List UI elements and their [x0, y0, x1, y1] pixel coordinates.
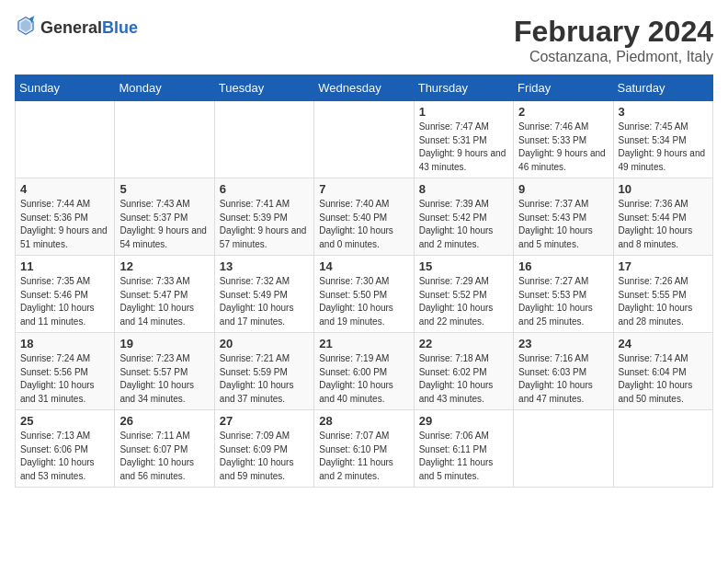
day-number: 6: [220, 182, 309, 196]
logo-graphic: [15, 15, 37, 40]
day-cell: [314, 101, 414, 178]
day-info: Sunrise: 7:18 AM Sunset: 6:02 PM Dayligh…: [419, 352, 508, 406]
day-number: 13: [220, 259, 309, 273]
day-number: 1: [419, 105, 508, 119]
day-info: Sunrise: 7:41 AM Sunset: 5:39 PM Dayligh…: [220, 198, 309, 251]
day-cell: 29Sunrise: 7:06 AM Sunset: 6:11 PM Dayli…: [414, 410, 513, 488]
day-number: 17: [619, 259, 708, 273]
day-info: Sunrise: 7:32 AM Sunset: 5:49 PM Dayligh…: [220, 275, 309, 328]
day-cell: 22Sunrise: 7:18 AM Sunset: 6:02 PM Dayli…: [414, 333, 513, 410]
day-info: Sunrise: 7:29 AM Sunset: 5:52 PM Dayligh…: [419, 275, 508, 328]
day-info: Sunrise: 7:27 AM Sunset: 5:53 PM Dayligh…: [518, 275, 608, 328]
day-number: 20: [220, 337, 309, 350]
day-info: Sunrise: 7:33 AM Sunset: 5:47 PM Dayligh…: [119, 275, 209, 328]
header-monday: Monday: [115, 75, 214, 101]
title-block: February 2024 Costanzana, Piedmont, Ital…: [514, 15, 713, 65]
page-header: GeneralBlue February 2024 Costanzana, Pi…: [15, 15, 713, 65]
day-info: Sunrise: 7:39 AM Sunset: 5:42 PM Dayligh…: [419, 198, 508, 251]
day-number: 3: [619, 105, 708, 119]
day-cell: 24Sunrise: 7:14 AM Sunset: 6:04 PM Dayli…: [613, 333, 712, 410]
day-cell: 3Sunrise: 7:45 AM Sunset: 5:34 PM Daylig…: [613, 101, 712, 178]
day-cell: 26Sunrise: 7:11 AM Sunset: 6:07 PM Dayli…: [115, 410, 214, 488]
month-title: February 2024: [514, 15, 713, 49]
day-info: Sunrise: 7:44 AM Sunset: 5:36 PM Dayligh…: [20, 198, 109, 251]
day-cell: 5Sunrise: 7:43 AM Sunset: 5:37 PM Daylig…: [115, 178, 214, 256]
header-row: SundayMondayTuesdayWednesdayThursdayFrid…: [16, 75, 713, 101]
week-row-5: 25Sunrise: 7:13 AM Sunset: 6:06 PM Dayli…: [16, 410, 713, 488]
day-number: 4: [20, 182, 109, 196]
day-cell: [16, 101, 115, 178]
day-info: Sunrise: 7:06 AM Sunset: 6:11 PM Dayligh…: [419, 430, 508, 483]
week-row-2: 4Sunrise: 7:44 AM Sunset: 5:36 PM Daylig…: [16, 178, 713, 256]
day-info: Sunrise: 7:26 AM Sunset: 5:55 PM Dayligh…: [619, 275, 708, 328]
day-cell: 17Sunrise: 7:26 AM Sunset: 5:55 PM Dayli…: [613, 256, 712, 333]
day-info: Sunrise: 7:19 AM Sunset: 6:00 PM Dayligh…: [319, 352, 408, 406]
day-cell: 6Sunrise: 7:41 AM Sunset: 5:39 PM Daylig…: [214, 178, 313, 256]
day-cell: 4Sunrise: 7:44 AM Sunset: 5:36 PM Daylig…: [16, 178, 115, 256]
header-saturday: Saturday: [613, 75, 712, 101]
day-info: Sunrise: 7:47 AM Sunset: 5:31 PM Dayligh…: [419, 121, 508, 174]
day-cell: 28Sunrise: 7:07 AM Sunset: 6:10 PM Dayli…: [314, 410, 414, 488]
day-number: 15: [419, 259, 508, 273]
day-info: Sunrise: 7:37 AM Sunset: 5:43 PM Dayligh…: [518, 198, 608, 251]
day-info: Sunrise: 7:45 AM Sunset: 5:34 PM Dayligh…: [619, 121, 708, 174]
day-number: 21: [319, 337, 408, 350]
calendar-table: SundayMondayTuesdayWednesdayThursdayFrid…: [15, 75, 713, 488]
day-info: Sunrise: 7:36 AM Sunset: 5:44 PM Dayligh…: [619, 198, 708, 251]
day-cell: 9Sunrise: 7:37 AM Sunset: 5:43 PM Daylig…: [514, 178, 613, 256]
day-cell: 12Sunrise: 7:33 AM Sunset: 5:47 PM Dayli…: [115, 256, 214, 333]
day-cell: 10Sunrise: 7:36 AM Sunset: 5:44 PM Dayli…: [613, 178, 712, 256]
day-info: Sunrise: 7:16 AM Sunset: 6:03 PM Dayligh…: [518, 352, 608, 406]
day-number: 18: [20, 337, 109, 350]
day-number: 11: [20, 259, 109, 273]
day-cell: 14Sunrise: 7:30 AM Sunset: 5:50 PM Dayli…: [314, 256, 414, 333]
day-number: 19: [119, 337, 209, 350]
day-number: 2: [518, 105, 608, 119]
day-cell: 19Sunrise: 7:23 AM Sunset: 5:57 PM Dayli…: [115, 333, 214, 410]
day-number: 29: [419, 414, 508, 428]
day-cell: 23Sunrise: 7:16 AM Sunset: 6:03 PM Dayli…: [514, 333, 613, 410]
header-sunday: Sunday: [16, 75, 115, 101]
day-number: 25: [20, 414, 109, 428]
day-cell: 25Sunrise: 7:13 AM Sunset: 6:06 PM Dayli…: [16, 410, 115, 488]
logo: GeneralBlue: [15, 15, 138, 40]
day-cell: 15Sunrise: 7:29 AM Sunset: 5:52 PM Dayli…: [414, 256, 513, 333]
header-thursday: Thursday: [414, 75, 513, 101]
day-cell: 2Sunrise: 7:46 AM Sunset: 5:33 PM Daylig…: [514, 101, 613, 178]
day-cell: 16Sunrise: 7:27 AM Sunset: 5:53 PM Dayli…: [514, 256, 613, 333]
day-number: 27: [220, 414, 309, 428]
day-cell: [613, 410, 712, 488]
logo-general: GeneralBlue: [40, 19, 138, 37]
day-info: Sunrise: 7:21 AM Sunset: 5:59 PM Dayligh…: [220, 352, 309, 406]
day-cell: 11Sunrise: 7:35 AM Sunset: 5:46 PM Dayli…: [16, 256, 115, 333]
day-info: Sunrise: 7:07 AM Sunset: 6:10 PM Dayligh…: [319, 430, 408, 483]
day-info: Sunrise: 7:46 AM Sunset: 5:33 PM Dayligh…: [518, 121, 608, 174]
header-tuesday: Tuesday: [214, 75, 313, 101]
day-number: 7: [319, 182, 408, 196]
day-info: Sunrise: 7:40 AM Sunset: 5:40 PM Dayligh…: [319, 198, 408, 251]
day-number: 5: [119, 182, 209, 196]
week-row-3: 11Sunrise: 7:35 AM Sunset: 5:46 PM Dayli…: [16, 256, 713, 333]
day-number: 9: [518, 182, 608, 196]
week-row-1: 1Sunrise: 7:47 AM Sunset: 5:31 PM Daylig…: [16, 101, 713, 178]
day-number: 23: [518, 337, 608, 350]
day-cell: 7Sunrise: 7:40 AM Sunset: 5:40 PM Daylig…: [314, 178, 414, 256]
day-number: 26: [119, 414, 209, 428]
day-info: Sunrise: 7:24 AM Sunset: 5:56 PM Dayligh…: [20, 352, 109, 406]
day-cell: 8Sunrise: 7:39 AM Sunset: 5:42 PM Daylig…: [414, 178, 513, 256]
day-info: Sunrise: 7:11 AM Sunset: 6:07 PM Dayligh…: [119, 430, 209, 483]
day-number: 14: [319, 259, 408, 273]
day-info: Sunrise: 7:14 AM Sunset: 6:04 PM Dayligh…: [619, 352, 708, 406]
day-info: Sunrise: 7:23 AM Sunset: 5:57 PM Dayligh…: [119, 352, 209, 406]
day-number: 24: [619, 337, 708, 350]
day-info: Sunrise: 7:35 AM Sunset: 5:46 PM Dayligh…: [20, 275, 109, 328]
logo-text: GeneralBlue: [40, 19, 138, 37]
day-cell: [514, 410, 613, 488]
day-info: Sunrise: 7:09 AM Sunset: 6:09 PM Dayligh…: [220, 430, 309, 483]
day-info: Sunrise: 7:43 AM Sunset: 5:37 PM Dayligh…: [119, 198, 209, 251]
day-number: 16: [518, 259, 608, 273]
day-info: Sunrise: 7:13 AM Sunset: 6:06 PM Dayligh…: [20, 430, 109, 483]
day-number: 22: [419, 337, 508, 350]
day-cell: [214, 101, 313, 178]
header-wednesday: Wednesday: [314, 75, 414, 101]
